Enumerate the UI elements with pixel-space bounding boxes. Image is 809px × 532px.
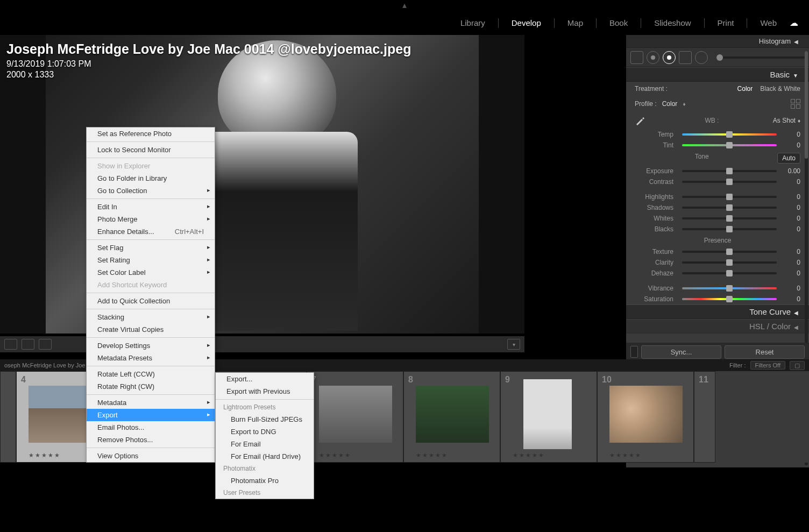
menu-item[interactable]: Set Rating [87,254,215,266]
shadows-value[interactable]: 0 [781,204,800,211]
menu-item[interactable]: Photomatix Pro [216,474,314,487]
whites-value[interactable]: 0 [781,215,800,222]
menu-item[interactable]: Add to Quick Collection [87,295,215,307]
filmstrip-path[interactable]: oseph McFetridge Love by Joe Mac [4,362,98,368]
filmstrip-cell[interactable] [0,371,16,463]
temp-slider[interactable] [682,133,777,136]
menu-item[interactable]: Rotate Right (CW) [87,380,215,393]
tab-web[interactable]: Web [756,16,781,30]
highlights-slider[interactable] [682,196,777,198]
profile-value[interactable]: Color [662,100,678,108]
tab-print[interactable]: Print [713,16,739,30]
basic-panel-header[interactable]: Basic▼ [626,67,809,82]
texture-slider[interactable] [682,251,777,253]
menu-item[interactable]: Export... [216,373,314,385]
rating-stars[interactable]: ★★★★★ [29,452,61,459]
crop-tool-icon[interactable] [630,51,643,64]
dehaze-slider[interactable] [682,272,777,274]
menu-item[interactable]: Export to DNG [216,425,314,438]
filter-dropdown[interactable]: Filters Off [750,361,785,370]
menu-item[interactable]: Photo Merge [87,213,215,225]
tab-book[interactable]: Book [605,16,632,30]
clarity-value[interactable]: 0 [781,259,800,266]
menu-item[interactable]: For Email [216,438,314,450]
temp-value[interactable]: 0 [781,131,800,138]
hsl-panel-header[interactable]: HSL / Color◀ [626,319,809,334]
panel-collapse-arrow-icon[interactable]: ▴ [402,0,407,10]
menu-item[interactable]: Email Photos... [87,421,215,434]
redeye-tool-icon[interactable] [663,51,676,64]
sync-button[interactable]: Sync... [641,345,721,359]
wb-value[interactable]: As Shot [773,117,796,124]
menu-item[interactable]: Lock to Second Monitor [87,144,215,156]
cloud-sync-icon[interactable]: ☁ [790,18,798,28]
eyedropper-icon[interactable] [635,115,645,126]
menu-item[interactable]: Set Color Label [87,266,215,279]
menu-item[interactable]: Remove Photos... [87,434,215,446]
menu-item[interactable]: Stacking [87,311,215,323]
filmstrip-cell[interactable]: 7★★★★★ [307,371,403,463]
menu-item[interactable]: Metadata [87,396,215,409]
treatment-color[interactable]: Color [737,85,753,93]
menu-item[interactable]: Enhance Details...Ctrl+Alt+I [87,225,215,238]
menu-item[interactable]: Go to Folder in Library [87,172,215,185]
rating-stars[interactable]: ★★★★★ [319,452,351,459]
spot-tool-icon[interactable] [647,51,659,64]
blacks-value[interactable]: 0 [781,225,800,233]
menu-item[interactable]: Set as Reference Photo [87,127,215,140]
saturation-value[interactable]: 0 [781,295,800,303]
filmstrip-cell[interactable]: 10★★★★★ [597,371,694,463]
texture-value[interactable]: 0 [781,248,800,256]
compare-tool[interactable] [4,339,17,350]
vibrance-slider[interactable] [682,287,777,289]
menu-item[interactable]: Export with Previous [216,385,314,398]
radial-tool-icon[interactable] [695,51,708,64]
menu-item[interactable]: Create Virtual Copies [87,323,215,336]
menu-item[interactable]: Go to Collection [87,185,215,197]
menu-item[interactable]: View Options [87,450,215,462]
auto-button[interactable]: Auto [777,153,800,164]
rating-stars[interactable]: ★★★★★ [416,452,448,459]
grid-tool[interactable] [39,339,52,350]
menu-item[interactable]: For Email (Hard Drive) [216,450,314,463]
menu-item[interactable]: Edit In [87,201,215,213]
menu-item[interactable]: Metadata Presets [87,352,215,364]
tab-slideshow[interactable]: Slideshow [650,16,695,30]
image-canvas[interactable]: Joseph McFetridge Love by Joe Mac 0014 @… [0,35,524,334]
gradient-tool-icon[interactable] [679,51,692,64]
reset-button[interactable]: Reset [725,345,805,359]
toolstrip-dropdown[interactable]: ▾ [507,339,520,350]
highlights-value[interactable]: 0 [781,193,800,201]
before-after-tool[interactable] [22,339,34,350]
menu-item[interactable]: Export [87,409,215,421]
tonecurve-panel-header[interactable]: Tone Curve◀ [626,304,809,319]
filter-lock-icon[interactable]: ▢ [790,361,805,370]
histogram-header[interactable]: Histogram◀ [626,35,809,48]
tint-slider[interactable] [682,144,777,146]
menu-item[interactable]: Set Flag [87,242,215,254]
filmstrip-cell[interactable]: 9★★★★★ [500,371,597,463]
tint-value[interactable]: 0 [781,141,800,149]
contrast-slider[interactable] [682,181,777,183]
exposure-value[interactable]: 0.00 [781,167,800,175]
clarity-slider[interactable] [682,261,777,264]
dehaze-value[interactable]: 0 [781,269,800,277]
vibrance-value[interactable]: 0 [781,285,800,292]
filmstrip-cell[interactable]: 8★★★★★ [403,371,500,463]
blacks-slider[interactable] [682,228,777,230]
filmstrip-cell[interactable]: 11 [694,371,715,463]
tab-map[interactable]: Map [563,16,587,30]
menu-item[interactable]: Develop Settings [87,339,215,352]
treatment-bw[interactable]: Black & White [760,85,800,93]
menu-item[interactable]: Rotate Left (CCW) [87,368,215,380]
shadows-slider[interactable] [682,207,777,209]
rating-stars[interactable]: ★★★★★ [513,452,545,459]
profile-browser-icon[interactable] [791,99,800,109]
saturation-slider[interactable] [682,298,777,300]
mask-slider[interactable] [716,56,805,59]
tab-library[interactable]: Library [456,16,489,30]
tab-develop[interactable]: Develop [507,16,545,30]
sync-switch[interactable] [630,346,638,358]
whites-slider[interactable] [682,217,777,219]
exposure-slider[interactable] [682,170,777,172]
